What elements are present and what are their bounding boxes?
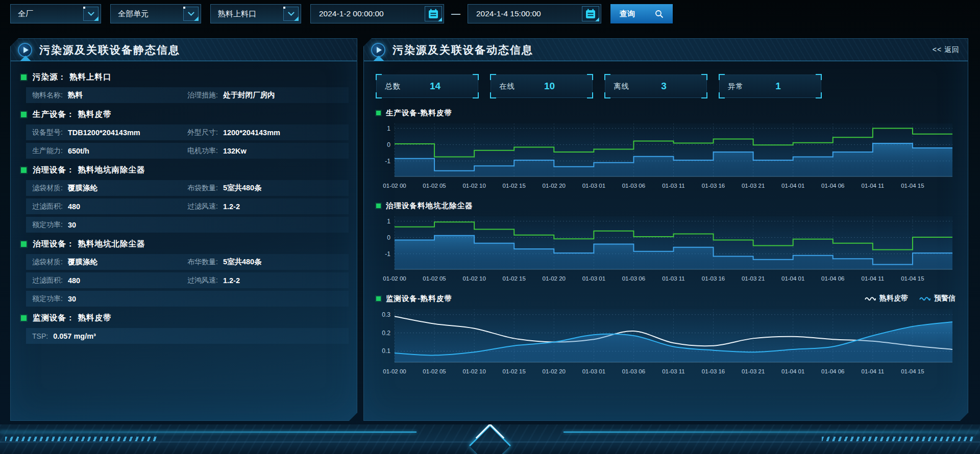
date-start-value: 2024-1-2 00:00:00 bbox=[319, 9, 384, 18]
query-button[interactable]: 查询 bbox=[610, 4, 673, 23]
table-row: 过滤面积:480过滤风速:1.2-2 bbox=[26, 198, 349, 214]
monitor-chart-legend: 熟料皮带预警信 bbox=[865, 294, 955, 303]
date-end-input[interactable]: 2024-1-4 15:00:00 bbox=[468, 4, 601, 23]
svg-text:01-04 11: 01-04 11 bbox=[862, 368, 885, 374]
svg-text:01-02 10: 01-02 10 bbox=[462, 368, 485, 374]
chart-block-production: 生产设备-熟料皮带 10-101-02 0001-02 0501-02 1001… bbox=[376, 106, 955, 191]
footer-hazard-stripes-right bbox=[822, 437, 975, 441]
svg-text:01-03 06: 01-03 06 bbox=[622, 183, 645, 189]
section-value: 熟料皮带 bbox=[78, 109, 112, 120]
header-notch-decoration bbox=[20, 56, 31, 61]
top-toolbar: 全厂 全部单元 熟料上料口 2024-1-2 00:00:00 — 2024-1… bbox=[10, 4, 673, 23]
static-info-panel: 污染源及关联设备静态信息 污染源：熟料上料口物料名称:熟料治理措施:处于封闭厂房… bbox=[10, 38, 357, 421]
info-cell: 物料名称:熟料 bbox=[32, 90, 187, 100]
section-header: 治理设备：熟料地坑北除尘器 bbox=[18, 235, 349, 253]
source-select-value: 熟料上料口 bbox=[218, 9, 256, 19]
svg-text:0.2: 0.2 bbox=[382, 330, 390, 337]
field-value: 熟料 bbox=[68, 90, 83, 100]
wave-line-icon bbox=[865, 295, 876, 301]
section-label: 治理设备： bbox=[33, 165, 75, 175]
section-header: 监测设备：熟料皮带 bbox=[18, 309, 349, 326]
back-button[interactable]: << 返回 bbox=[933, 45, 960, 55]
svg-text:01-02 20: 01-02 20 bbox=[543, 183, 566, 189]
svg-text:01-03 11: 01-03 11 bbox=[662, 368, 685, 374]
search-icon bbox=[655, 10, 664, 18]
svg-text:01-03 16: 01-03 16 bbox=[702, 275, 725, 282]
svg-text:01-03 01: 01-03 01 bbox=[582, 183, 605, 189]
header-notch-decoration bbox=[373, 56, 384, 61]
stat-value: 1 bbox=[775, 81, 781, 92]
legend-item[interactable]: 熟料皮带 bbox=[865, 294, 908, 303]
unit-select[interactable]: 全部单元 bbox=[110, 4, 201, 23]
svg-text:01-03 11: 01-03 11 bbox=[662, 275, 685, 282]
field-label: 物料名称: bbox=[32, 91, 63, 100]
chevron-down-icon bbox=[283, 7, 299, 21]
date-end-value: 2024-1-4 15:00:00 bbox=[476, 9, 541, 18]
field-label: 滤袋材质: bbox=[32, 258, 63, 267]
field-label: 布袋数量: bbox=[187, 184, 218, 193]
table-row: 过滤面积:480过鸿风速:1.2-2 bbox=[26, 272, 349, 288]
dynamic-info-header: 污染源及关联设备动态信息 << 返回 bbox=[364, 39, 968, 61]
monitor-chart-canvas: 0.30.20.101-02 0001-02 0501-02 1001-02 1… bbox=[376, 305, 957, 376]
field-value: TDB1200*204143mm bbox=[68, 129, 140, 137]
chart-svg: 0.30.20.101-02 0001-02 0501-02 1001-02 1… bbox=[376, 305, 957, 376]
info-cell: 过滤风速:1.2-2 bbox=[187, 202, 342, 211]
svg-text:01-03 06: 01-03 06 bbox=[622, 368, 645, 374]
field-label: 额定功率: bbox=[32, 220, 63, 230]
production-chart-canvas: 10-101-02 0001-02 0501-02 1001-02 1501-0… bbox=[376, 119, 957, 191]
field-label: 设备型号: bbox=[32, 128, 63, 137]
info-cell: 滤袋材质:覆膜涤纶 bbox=[32, 257, 187, 267]
field-value: 1.2-2 bbox=[223, 276, 240, 285]
svg-text:01-04 06: 01-04 06 bbox=[821, 183, 844, 189]
static-panel-title: 污染源及关联设备静态信息 bbox=[39, 43, 180, 57]
static-info-header: 污染源及关联设备静态信息 bbox=[11, 39, 357, 61]
section-value: 熟料上料口 bbox=[69, 72, 112, 83]
field-value: 5室共480条 bbox=[223, 257, 262, 267]
source-select[interactable]: 熟料上料口 bbox=[210, 4, 301, 23]
info-cell: 过滤面积:480 bbox=[32, 276, 187, 285]
svg-text:01-04 01: 01-04 01 bbox=[781, 275, 804, 282]
field-label: TSP: bbox=[32, 332, 48, 340]
field-value: 覆膜涤纶 bbox=[68, 183, 97, 193]
green-bullet-icon bbox=[21, 74, 27, 80]
chart-block-monitor: 监测设备-熟料皮带 熟料皮带预警信 0.30.20.101-02 0001-02… bbox=[376, 292, 955, 376]
legend-item[interactable]: 预警信 bbox=[919, 294, 955, 303]
svg-text:-1: -1 bbox=[385, 250, 390, 258]
info-cell: 滤袋材质:覆膜涤纶 bbox=[32, 183, 187, 193]
section-value: 熟料地坑北除尘器 bbox=[78, 239, 145, 249]
svg-text:01-02 05: 01-02 05 bbox=[423, 183, 446, 189]
field-value: 30 bbox=[68, 295, 76, 303]
chart-title-production: 生产设备-熟料皮带 bbox=[386, 108, 452, 118]
info-cell: 布袋数量:5室共480条 bbox=[187, 183, 342, 193]
field-value: 5室共480条 bbox=[223, 183, 262, 193]
calendar-icon[interactable] bbox=[582, 6, 599, 21]
chart-title-treatment: 治理设备料地坑北除尘器 bbox=[386, 201, 473, 211]
svg-text:01-04 15: 01-04 15 bbox=[901, 183, 924, 189]
svg-text:1: 1 bbox=[387, 125, 390, 132]
stat-label: 离线 bbox=[614, 82, 629, 91]
date-range-separator: — bbox=[451, 9, 460, 19]
field-label: 额定功率: bbox=[32, 294, 63, 304]
svg-text:01-03 21: 01-03 21 bbox=[742, 368, 765, 374]
field-value: 1.2-2 bbox=[223, 203, 240, 211]
section-header: 污染源：熟料上料口 bbox=[18, 68, 349, 86]
date-start-input[interactable]: 2024-1-2 00:00:00 bbox=[310, 4, 444, 23]
stat-label: 总数 bbox=[385, 82, 401, 91]
section-label: 污染源： bbox=[33, 72, 66, 83]
stat-value: 10 bbox=[544, 81, 555, 92]
svg-text:01-02 05: 01-02 05 bbox=[423, 368, 446, 374]
plant-select[interactable]: 全厂 bbox=[10, 4, 101, 23]
stat-card: 异常1 bbox=[719, 74, 821, 98]
table-row: 物料名称:熟料治理措施:处于封闭厂房内 bbox=[26, 87, 349, 103]
field-value: 650t/h bbox=[68, 147, 89, 155]
svg-text:01-03 06: 01-03 06 bbox=[622, 275, 645, 282]
section-label: 监测设备： bbox=[33, 313, 75, 323]
field-value: 1200*204143mm bbox=[223, 129, 280, 137]
calendar-icon[interactable] bbox=[425, 6, 442, 21]
stat-value: 3 bbox=[661, 81, 667, 92]
section-header: 治理设备：熟料地坑南除尘器 bbox=[18, 161, 349, 179]
info-cell: 设备型号:TDB1200*204143mm bbox=[32, 128, 187, 137]
wave-line-icon bbox=[919, 295, 930, 301]
dynamic-panel-title: 污染源及关联设备动态信息 bbox=[393, 43, 533, 57]
dynamic-info-panel: 污染源及关联设备动态信息 << 返回 总数14在线10离线3异常1 生产设备-熟… bbox=[363, 38, 968, 421]
